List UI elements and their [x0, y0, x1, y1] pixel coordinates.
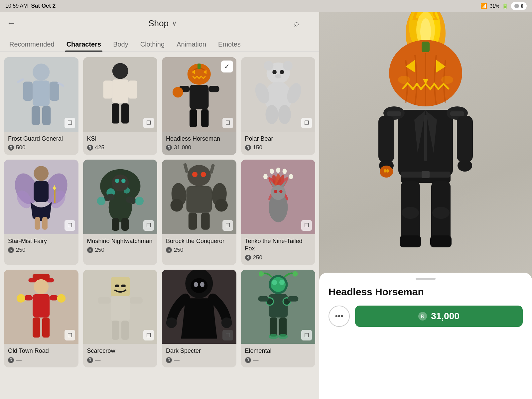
svg-rect-122 [270, 317, 277, 336]
horseman-preview-svg [319, 0, 532, 273]
svg-rect-59 [183, 163, 189, 173]
svg-point-110 [221, 317, 232, 328]
svg-point-39 [34, 166, 49, 181]
svg-rect-117 [269, 294, 288, 317]
item-scarecrow[interactable]: ❐ Scarecrow R — [83, 270, 158, 367]
bottom-sheet: Headless Horseman ••• R 31,000 [319, 273, 532, 399]
item-elemental[interactable]: ❐ Elemental R — [241, 270, 316, 367]
tab-animation[interactable]: Animation [171, 38, 212, 52]
svg-rect-10 [103, 80, 112, 98]
item-headless-horseman[interactable]: ✓ ❐ Headless Horseman R 31,000 [162, 57, 236, 155]
tab-characters[interactable]: Characters [61, 38, 107, 52]
svg-rect-92 [50, 295, 58, 300]
svg-point-0 [33, 64, 50, 80]
price-coin-7: R [166, 247, 172, 253]
svg-point-21 [173, 87, 183, 97]
svg-point-56 [135, 197, 144, 205]
tab-emotes[interactable]: Emotes [212, 38, 247, 52]
price-coin-9: R [8, 357, 14, 363]
buy-button[interactable]: R 31,000 [355, 306, 523, 327]
buy-price-label: 31,000 [431, 311, 460, 322]
layers-icon-2: ❐ [143, 118, 154, 128]
svg-point-8 [112, 63, 128, 79]
svg-point-63 [201, 172, 206, 177]
item-name-12: Elemental [245, 347, 312, 355]
svg-point-33 [265, 105, 278, 124]
tab-body[interactable]: Body [107, 38, 134, 52]
item-frost-guard[interactable]: ❐ Frost Guard General R 500 [4, 57, 78, 155]
items-grid: ❐ Frost Guard General R 500 [4, 57, 315, 367]
dropdown-arrow-icon[interactable]: ∨ [172, 19, 177, 27]
shop-panel: ❐ Frost Guard General R 500 [0, 52, 319, 399]
svg-rect-1 [33, 80, 50, 106]
preview-panel: Headless Horseman ••• R 31,000 [319, 0, 532, 399]
item-ksi[interactable]: ❐ KSI R 425 [83, 57, 158, 155]
item-name-1: Frost Guard General [8, 135, 74, 143]
layers-icon-1: ❐ [65, 118, 75, 128]
price-coin-11: R [166, 357, 172, 363]
item-polar-bear[interactable]: ❐ Polar Bear R 150 [241, 57, 316, 155]
svg-point-125 [278, 334, 288, 339]
back-button[interactable]: ← [7, 18, 16, 29]
item-old-town-road[interactable]: ❐ Old Town Road R — [4, 270, 78, 367]
buy-robux-icon: R [418, 312, 427, 321]
svg-rect-144 [387, 111, 401, 116]
item-tenko[interactable]: ❐ Tenko the Nine-Tailed Fox R 250 [241, 160, 316, 265]
item-price-6: R 250 [87, 247, 154, 253]
svg-rect-70 [201, 213, 210, 230]
item-name-2: KSI [87, 135, 154, 143]
item-price-8: R 250 [245, 254, 312, 261]
svg-point-114 [279, 280, 284, 285]
svg-rect-22 [190, 109, 197, 127]
svg-rect-58 [121, 218, 128, 231]
svg-point-25 [264, 61, 273, 70]
item-star-mist-fairy[interactable]: ❐ Star-Mist Fairy R 250 [4, 160, 78, 265]
svg-point-68 [215, 199, 228, 211]
price-coin-6: R [87, 247, 93, 253]
svg-rect-101 [98, 297, 110, 304]
item-price-7: R 250 [166, 247, 232, 253]
price-coin-10: R [87, 357, 93, 363]
svg-rect-12 [112, 103, 119, 124]
svg-point-28 [280, 70, 284, 74]
robux-badge: 0 [511, 2, 527, 10]
svg-point-150 [386, 169, 389, 173]
svg-rect-156 [400, 235, 421, 247]
svg-point-67 [171, 199, 183, 211]
svg-rect-141 [424, 115, 427, 161]
layers-icon-8: ❐ [301, 220, 312, 231]
item-mushirio[interactable]: ❐ Mushirio Nightwatchman R 250 [83, 160, 158, 265]
item-price-3: R 31,000 [166, 144, 232, 151]
svg-rect-4 [32, 106, 40, 125]
svg-rect-96 [42, 317, 50, 337]
item-dark-specter[interactable]: ❐ Dark Specter R — [162, 270, 236, 367]
svg-rect-2 [23, 81, 33, 100]
svg-rect-5 [42, 106, 51, 125]
item-borock[interactable]: ❐ Borock the Conqueror R 250 [162, 160, 236, 265]
svg-point-27 [272, 70, 277, 74]
sheet-actions: ••• R 31,000 [329, 306, 523, 327]
svg-point-26 [283, 61, 293, 70]
item-price-10: R — [87, 357, 154, 363]
svg-rect-13 [121, 103, 128, 124]
search-icon[interactable]: ⌕ [294, 18, 299, 29]
svg-rect-102 [130, 297, 142, 304]
item-price-2: R 425 [87, 144, 154, 151]
svg-rect-3 [50, 81, 59, 100]
item-name-4: Polar Bear [245, 135, 312, 143]
svg-rect-6 [17, 78, 24, 83]
tab-recommended[interactable]: Recommended [3, 38, 61, 52]
layers-icon-10: ❐ [143, 330, 154, 340]
price-coin-3: R [166, 145, 172, 151]
more-options-button[interactable]: ••• [329, 306, 350, 327]
robux-count: 0 [521, 3, 523, 9]
tabs-bar: Recommended Characters Body Clothing Ani… [0, 35, 319, 52]
svg-rect-132 [422, 42, 430, 52]
svg-point-62 [192, 172, 198, 177]
svg-point-55 [97, 197, 105, 205]
item-name-6: Mushirio Nightwatchman [87, 237, 154, 245]
item-price-4: R 150 [245, 144, 312, 151]
svg-point-49 [112, 175, 129, 192]
price-coin-8: R [245, 255, 251, 261]
tab-clothing[interactable]: Clothing [134, 38, 171, 52]
